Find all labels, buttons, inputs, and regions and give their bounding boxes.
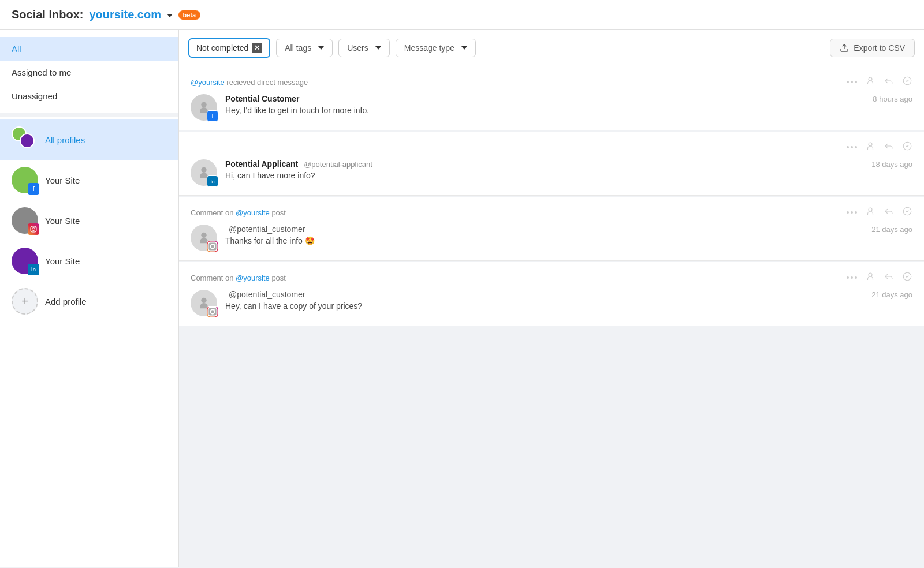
sender-row-4: @potential_customer 21 days ago (225, 290, 912, 299)
profile-avatar-ig (12, 207, 38, 234)
sidebar-item-unassigned-label: Unassigned (12, 91, 57, 101)
site-ig-label: Your Site (45, 216, 80, 226)
export-icon (840, 43, 849, 53)
sidebar-item-unassigned[interactable]: Unassigned (0, 84, 178, 108)
sender-handle-4: @potential_customer (229, 290, 305, 299)
sidebar-item-site-fb[interactable]: f Your Site (0, 160, 178, 200)
svg-point-15 (214, 244, 215, 245)
message-avatar-1: f (191, 94, 217, 121)
message-actions-2 (847, 141, 912, 154)
users-dropdown[interactable]: Users (338, 39, 390, 57)
more-options-2[interactable] (847, 146, 857, 148)
complete-icon-4[interactable] (902, 271, 912, 284)
sidebar-item-add-profile[interactable]: + Add profile (0, 281, 178, 322)
message-source-suffix-4: post (271, 274, 286, 282)
profile-avatar-li: in (12, 248, 38, 274)
sender-name-1: Potential Customer (225, 94, 299, 103)
facebook-badge: f (28, 183, 39, 195)
sender-row-2: Potential Applicant @potential-applicant… (225, 159, 912, 169)
message-avatar-4 (191, 290, 217, 316)
message-avatar-3 (191, 225, 217, 251)
message-source-link-1[interactable]: @yoursite (191, 78, 225, 87)
message-source-suffix-3: post (271, 208, 286, 217)
message-content-2: Potential Applicant @potential-applicant… (225, 159, 912, 180)
linkedin-badge: in (28, 264, 39, 275)
message-source-link-3[interactable]: @yoursite (236, 208, 270, 217)
message-text-2: Hi, can I have more info? (225, 171, 912, 180)
more-options-3[interactable] (847, 211, 857, 214)
message-header-1: @yoursite recieved direct message (191, 76, 912, 88)
message-type-chevron-icon (461, 46, 467, 50)
users-dropdown-label: Users (347, 43, 368, 53)
time-ago-2: 18 days ago (871, 160, 912, 169)
message-source-text-1: recieved direct message (226, 78, 308, 87)
more-options-4[interactable] (847, 276, 857, 279)
message-body-1: f Potential Customer 8 hours ago Hey, I'… (191, 94, 912, 121)
message-body-2: in Potential Applicant @potential-applic… (191, 159, 912, 186)
message-type-label: Message type (404, 43, 454, 53)
message-card-3: Comment on @yoursite post (179, 197, 924, 261)
assign-icon-2[interactable] (865, 141, 875, 154)
assign-icon-3[interactable] (865, 206, 875, 219)
message-source-prefix-4: Comment on (191, 274, 236, 282)
sidebar-item-all[interactable]: All (0, 37, 178, 61)
message-type-dropdown[interactable]: Message type (396, 39, 476, 57)
complete-icon-3[interactable] (902, 206, 912, 219)
complete-icon-2[interactable] (902, 141, 912, 154)
sidebar-item-all-profiles[interactable]: All profiles (0, 119, 178, 160)
svg-point-4 (869, 77, 872, 81)
sender-row-3: @potential_customer 21 days ago (225, 225, 912, 234)
message-source-link-4[interactable]: @yoursite (236, 274, 270, 282)
message-source-prefix-3: Comment on (191, 208, 236, 217)
sidebar-profiles-section: All profiles f Your Site Your Site (0, 119, 178, 322)
reply-icon-2[interactable] (884, 141, 894, 154)
users-chevron-icon (375, 46, 381, 50)
tags-dropdown-label: All tags (285, 43, 311, 53)
reply-icon-1[interactable] (884, 76, 894, 88)
message-actions-1 (847, 76, 912, 88)
message-card-2: in Potential Applicant @potential-applic… (179, 132, 924, 196)
message-text-4: Hey, can I have a copy of your prices? (225, 301, 912, 311)
time-ago-4: 21 days ago (871, 290, 912, 299)
message-actions-3 (847, 206, 912, 219)
more-options-1[interactable] (847, 81, 857, 83)
complete-icon-1[interactable] (902, 76, 912, 88)
all-profiles-avatar (12, 126, 38, 153)
svg-point-7 (869, 143, 872, 146)
status-filter-clear[interactable]: ✕ (252, 43, 262, 53)
instagram-platform-badge-3 (207, 241, 218, 252)
all-profiles-label: All profiles (45, 135, 85, 145)
svg-rect-0 (31, 226, 36, 232)
message-content-1: Potential Customer 8 hours ago Hey, I'd … (225, 94, 912, 115)
reply-icon-3[interactable] (884, 206, 894, 219)
sender-handle-3: @potential_customer (229, 225, 305, 234)
sidebar-nav-section: All Assigned to me Unassigned (0, 37, 178, 108)
facebook-platform-badge-1: f (207, 110, 218, 122)
message-header-3: Comment on @yoursite post (191, 206, 912, 219)
sidebar-item-site-li[interactable]: in Your Site (0, 241, 178, 281)
message-body-4: @potential_customer 21 days ago Hey, can… (191, 290, 912, 316)
message-source-4: Comment on @yoursite post (191, 274, 286, 282)
sidebar-item-assigned-label: Assigned to me (12, 68, 71, 77)
sidebar-item-assigned[interactable]: Assigned to me (0, 61, 178, 84)
tags-dropdown[interactable]: All tags (276, 39, 333, 57)
sidebar-item-site-ig[interactable]: Your Site (0, 200, 178, 241)
svg-point-6 (201, 102, 206, 107)
sidebar-item-all-label: All (12, 44, 21, 54)
site-name[interactable]: yoursite.com (89, 8, 172, 21)
reply-icon-4[interactable] (884, 271, 894, 284)
site-li-label: Your Site (45, 256, 80, 266)
content-area: Not completed ✕ All tags Users Message t… (179, 30, 924, 567)
assign-icon-4[interactable] (865, 271, 875, 284)
status-filter-chip[interactable]: Not completed ✕ (188, 38, 270, 58)
svg-point-12 (201, 233, 206, 238)
svg-point-20 (210, 309, 215, 314)
export-button[interactable]: Export to CSV (830, 39, 915, 57)
time-ago-1: 8 hours ago (873, 95, 912, 103)
sidebar-divider (0, 113, 178, 117)
add-profile-label: Add profile (45, 297, 87, 307)
sender-info-2: Potential Applicant @potential-applicant (225, 159, 372, 169)
svg-point-16 (869, 273, 872, 276)
assign-icon-1[interactable] (865, 76, 875, 88)
svg-point-2 (35, 227, 36, 229)
